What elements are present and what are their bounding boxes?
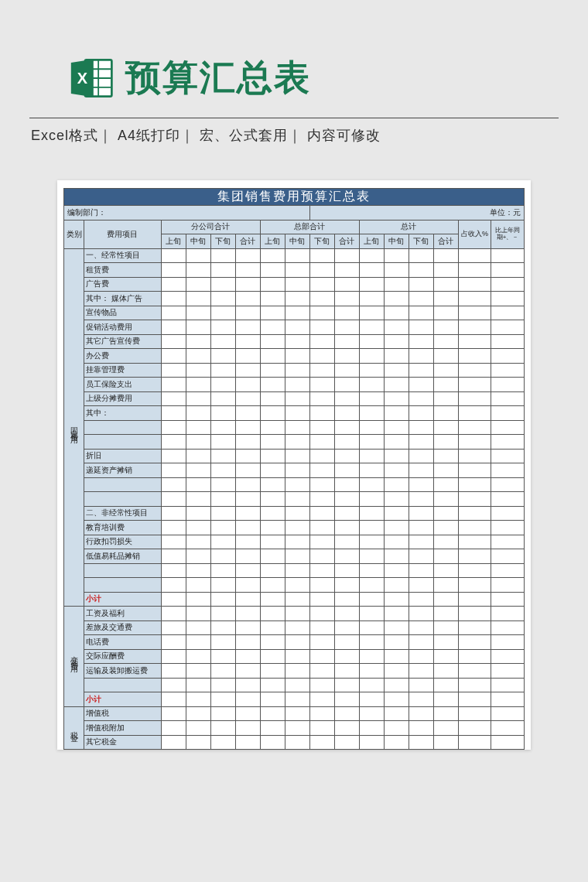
data-cell[interactable] xyxy=(359,549,384,564)
data-cell[interactable] xyxy=(161,563,186,578)
data-cell[interactable] xyxy=(309,277,334,292)
data-cell[interactable] xyxy=(334,248,359,263)
data-cell[interactable] xyxy=(409,349,433,364)
data-cell[interactable] xyxy=(433,521,458,535)
data-cell[interactable] xyxy=(359,664,384,679)
data-cell[interactable] xyxy=(210,620,235,635)
data-cell[interactable] xyxy=(384,592,409,607)
data-cell[interactable] xyxy=(334,391,359,406)
data-cell[interactable] xyxy=(210,692,235,707)
data-cell[interactable] xyxy=(458,449,491,463)
data-cell[interactable] xyxy=(210,706,235,721)
data-cell[interactable] xyxy=(359,463,384,478)
data-cell[interactable] xyxy=(235,492,260,507)
data-cell[interactable] xyxy=(161,277,186,292)
data-cell[interactable] xyxy=(161,592,186,607)
data-cell[interactable] xyxy=(334,349,359,364)
data-cell[interactable] xyxy=(384,664,409,679)
data-cell[interactable] xyxy=(161,320,186,335)
data-cell[interactable] xyxy=(334,492,359,507)
data-cell[interactable] xyxy=(285,420,309,435)
data-cell[interactable] xyxy=(334,578,359,593)
data-cell[interactable] xyxy=(235,678,260,692)
data-cell[interactable] xyxy=(491,592,525,607)
data-cell[interactable] xyxy=(334,263,359,278)
data-cell[interactable] xyxy=(309,334,334,349)
data-cell[interactable] xyxy=(491,678,525,692)
data-cell[interactable] xyxy=(186,292,210,306)
data-cell[interactable] xyxy=(161,635,186,650)
data-cell[interactable] xyxy=(433,578,458,593)
data-cell[interactable] xyxy=(285,463,309,478)
data-cell[interactable] xyxy=(210,678,235,692)
data-cell[interactable] xyxy=(409,692,433,707)
data-cell[interactable] xyxy=(359,506,384,521)
data-cell[interactable] xyxy=(359,306,384,320)
data-cell[interactable] xyxy=(235,706,260,721)
data-cell[interactable] xyxy=(334,363,359,378)
data-cell[interactable] xyxy=(409,378,433,392)
data-cell[interactable] xyxy=(409,549,433,564)
data-cell[interactable] xyxy=(161,678,186,692)
data-cell[interactable] xyxy=(285,378,309,392)
data-cell[interactable] xyxy=(235,292,260,306)
data-cell[interactable] xyxy=(285,349,309,364)
data-cell[interactable] xyxy=(359,449,384,463)
data-cell[interactable] xyxy=(491,263,525,278)
data-cell[interactable] xyxy=(161,492,186,507)
data-cell[interactable] xyxy=(186,578,210,593)
data-cell[interactable] xyxy=(260,492,285,507)
data-cell[interactable] xyxy=(260,607,285,621)
data-cell[interactable] xyxy=(491,306,525,320)
data-cell[interactable] xyxy=(285,664,309,679)
data-cell[interactable] xyxy=(409,406,433,421)
data-cell[interactable] xyxy=(186,635,210,650)
data-cell[interactable] xyxy=(359,692,384,707)
data-cell[interactable] xyxy=(161,363,186,378)
data-cell[interactable] xyxy=(260,306,285,320)
data-cell[interactable] xyxy=(458,391,491,406)
data-cell[interactable] xyxy=(359,735,384,750)
data-cell[interactable] xyxy=(285,706,309,721)
data-cell[interactable] xyxy=(491,449,525,463)
data-cell[interactable] xyxy=(384,535,409,549)
data-cell[interactable] xyxy=(309,721,334,736)
data-cell[interactable] xyxy=(359,721,384,736)
data-cell[interactable] xyxy=(433,735,458,750)
data-cell[interactable] xyxy=(309,378,334,392)
data-cell[interactable] xyxy=(210,277,235,292)
data-cell[interactable] xyxy=(186,620,210,635)
data-cell[interactable] xyxy=(235,649,260,664)
data-cell[interactable] xyxy=(260,277,285,292)
data-cell[interactable] xyxy=(433,248,458,263)
data-cell[interactable] xyxy=(384,477,409,492)
data-cell[interactable] xyxy=(433,263,458,278)
data-cell[interactable] xyxy=(409,463,433,478)
data-cell[interactable] xyxy=(491,420,525,435)
data-cell[interactable] xyxy=(210,664,235,679)
data-cell[interactable] xyxy=(384,349,409,364)
data-cell[interactable] xyxy=(409,563,433,578)
data-cell[interactable] xyxy=(433,391,458,406)
data-cell[interactable] xyxy=(409,449,433,463)
data-cell[interactable] xyxy=(309,563,334,578)
data-cell[interactable] xyxy=(161,549,186,564)
data-cell[interactable] xyxy=(458,664,491,679)
data-cell[interactable] xyxy=(285,563,309,578)
data-cell[interactable] xyxy=(260,363,285,378)
data-cell[interactable] xyxy=(384,420,409,435)
data-cell[interactable] xyxy=(384,378,409,392)
data-cell[interactable] xyxy=(334,706,359,721)
data-cell[interactable] xyxy=(235,607,260,621)
data-cell[interactable] xyxy=(161,406,186,421)
data-cell[interactable] xyxy=(458,563,491,578)
data-cell[interactable] xyxy=(359,607,384,621)
data-cell[interactable] xyxy=(384,248,409,263)
data-cell[interactable] xyxy=(359,477,384,492)
data-cell[interactable] xyxy=(309,735,334,750)
data-cell[interactable] xyxy=(260,721,285,736)
data-cell[interactable] xyxy=(491,349,525,364)
data-cell[interactable] xyxy=(384,334,409,349)
data-cell[interactable] xyxy=(433,492,458,507)
data-cell[interactable] xyxy=(235,363,260,378)
